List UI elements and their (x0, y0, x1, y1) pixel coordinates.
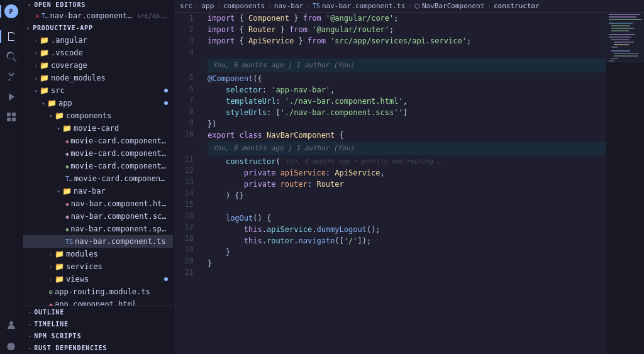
svg-rect-4 (12, 113, 16, 116)
open-editors-header[interactable]: ▾ OPEN EDITORS (23, 0, 173, 9)
breadcrumb-class[interactable]: ⬡ NavBarComponent (414, 2, 484, 10)
folder-coverage[interactable]: › 📁 coverage (23, 59, 173, 72)
code-line: logOut () { (208, 213, 606, 224)
folder-name: views (66, 275, 89, 284)
search-icon[interactable] (3, 48, 20, 65)
rust-dependencies-section[interactable]: › RUST DEPENDENCIES (23, 342, 173, 354)
folder-icon: 📁 (62, 187, 72, 196)
file-movie-card-spec[interactable]: ◈ movie-card.component.s... (23, 160, 173, 172)
breadcrumb-nav-bar[interactable]: nav-bar (274, 2, 303, 10)
folder-angular[interactable]: › 📁 .angular (23, 34, 173, 47)
folder-icon: 📁 (40, 48, 49, 57)
string: './nav-bar.component.html' (285, 96, 403, 107)
punct (208, 84, 226, 96)
folder-nav-bar[interactable]: ▾ 📁 nav-bar (23, 185, 173, 197)
folder-app[interactable]: ▾ 📁 app (23, 97, 173, 109)
breadcrumb-app[interactable]: app (202, 2, 214, 10)
string: '/' (344, 235, 358, 246)
settings-icon[interactable] (3, 336, 20, 354)
folder-chevron: › (49, 263, 53, 270)
file-nav-bar-scss[interactable]: ◈ nav-bar.component.scss (23, 210, 173, 223)
type: ApiService (335, 167, 380, 179)
file-movie-card-scss[interactable]: ◈ movie-card.component.s... (23, 147, 173, 160)
code-line: @Component ({ (208, 73, 606, 84)
file-nav-bar-html[interactable]: ◈ nav-bar.component.html (23, 197, 173, 210)
file-name: nav-bar.component.scss (71, 212, 168, 221)
punct: } (208, 258, 212, 269)
folder-chevron: › (34, 75, 38, 82)
spec-icon: ◈ (65, 163, 69, 170)
npm-scripts-section[interactable]: › NPM SCRIPTS (23, 330, 173, 342)
folder-services[interactable]: › 📁 services (23, 260, 173, 273)
folder-icon: 📁 (55, 250, 64, 258)
explorer-icon[interactable] (3, 28, 20, 45)
code-line: private router : Router (208, 179, 606, 190)
punct (208, 107, 226, 118)
outline-section[interactable]: › OUTLINE (23, 306, 173, 318)
punct: : [ (267, 107, 280, 118)
folder-icon: 📁 (40, 86, 49, 95)
breadcrumb-components[interactable]: components (223, 2, 265, 10)
file-movie-card-html[interactable]: ◈ movie-card.component.h... (23, 135, 173, 147)
punct (308, 24, 312, 35)
close-icon[interactable]: ✕ (35, 12, 40, 20)
breadcrumb-method[interactable]: constructor (494, 2, 540, 10)
punct: } (275, 24, 289, 35)
explorer-header[interactable]: ▾ PRODUCTIVE-APP (23, 22, 173, 34)
keyword: from (308, 35, 326, 47)
breadcrumb-file[interactable]: TS nav-bar.component.ts (313, 2, 406, 10)
file-app-html[interactable]: ◈ app.component.html (23, 298, 173, 306)
file-movie-card-ts[interactable]: TS movie-card.component.ts (23, 172, 173, 185)
file-app-routing[interactable]: ⚙ app-routing.module.ts (23, 285, 173, 298)
folder-src[interactable]: ▾ 📁 src (23, 84, 173, 97)
punct (208, 235, 244, 246)
breadcrumb-sep: › (267, 2, 272, 10)
string: './nav-bar.component.scss' (280, 107, 399, 118)
breadcrumb-sep: › (195, 2, 199, 10)
folder-components[interactable]: ▾ 📁 components (23, 109, 173, 122)
folder-views[interactable]: › 📁 views (23, 273, 173, 285)
svg-rect-3 (7, 113, 11, 116)
explorer-chevron: ▾ (26, 25, 30, 31)
folder-icon: 📁 (62, 124, 72, 133)
punct: ; (394, 13, 398, 24)
code-editor[interactable]: import { Component } from '@angular/core… (201, 13, 606, 354)
account-icon[interactable] (3, 316, 20, 334)
extensions-icon[interactable] (3, 108, 20, 126)
file-nav-bar-spec[interactable]: ◈ nav-bar.component.spec... (23, 223, 173, 235)
string: '@angular/router' (312, 24, 389, 35)
file-name: movie-card.component.ts (74, 174, 168, 183)
editor-area: src › app › components › nav-bar › TS na… (174, 0, 644, 354)
breadcrumb-sep: › (408, 2, 412, 10)
open-editor-filename: nav-bar.component.ts (50, 11, 133, 20)
punct: ; (389, 24, 394, 35)
punct (275, 179, 280, 190)
folder-modules[interactable]: › 📁 modules (23, 248, 173, 260)
file-nav-bar-ts[interactable]: TS nav-bar.component.ts (23, 235, 173, 248)
timeline-section[interactable]: › TIMELINE (23, 318, 173, 330)
folder-node-modules[interactable]: › 📁 node_modules (23, 72, 173, 84)
npm-label: NPM SCRIPTS (34, 333, 81, 340)
code-line (208, 269, 606, 280)
folder-vscode[interactable]: › 📁 .vscode (23, 47, 173, 59)
keyword: private (244, 167, 276, 179)
punct (208, 167, 244, 179)
punct (208, 213, 226, 224)
outline-chevron: › (26, 310, 33, 314)
punct: . (312, 224, 316, 235)
punct (208, 179, 244, 190)
folder-name: services (66, 262, 103, 271)
run-icon[interactable] (3, 88, 20, 106)
punct (208, 156, 226, 167)
breadcrumb-src[interactable]: src (180, 2, 192, 10)
avatar-icon[interactable]: P (3, 3, 20, 20)
punct: ({ (253, 73, 262, 84)
folder-icon: 📁 (40, 61, 49, 70)
punct: () { (253, 213, 271, 224)
folder-movie-card[interactable]: ▾ 📁 movie-card (23, 122, 173, 135)
open-editor-file[interactable]: ✕ TS nav-bar.component.ts src/ap... (23, 9, 173, 22)
svg-point-1 (12, 73, 14, 75)
folder-name: movie-card (74, 124, 119, 133)
file-name: nav-bar.component.html (71, 199, 168, 208)
source-control-icon[interactable] (3, 68, 20, 86)
